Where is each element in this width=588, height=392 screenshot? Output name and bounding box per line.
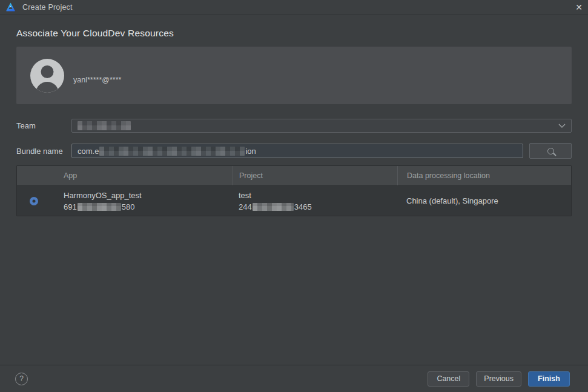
- app-id-suffix: 580: [122, 202, 135, 211]
- search-icon: [547, 148, 554, 154]
- dialog-footer: ? Cancel Previous Finish: [0, 365, 588, 392]
- bundle-value-suffix: ion: [245, 147, 256, 156]
- project-id-prefix: 244: [239, 202, 252, 211]
- chevron-down-icon[interactable]: [558, 124, 566, 128]
- column-header-location: Data processing location: [397, 166, 571, 185]
- user-avatar: [30, 59, 64, 93]
- bundle-value-prefix: com.e: [78, 147, 99, 156]
- search-button[interactable]: [529, 143, 572, 159]
- project-name: test: [239, 191, 397, 200]
- cancel-button[interactable]: Cancel: [428, 371, 469, 387]
- title-bar: Create Project ✕: [0, 0, 588, 15]
- team-row: Team: [16, 119, 572, 133]
- team-label: Team: [16, 121, 71, 130]
- app-table: App Project Data processing location Har…: [16, 165, 572, 216]
- footer-buttons: Cancel Previous Finish: [428, 371, 570, 387]
- project-id-suffix: 3465: [294, 202, 312, 211]
- row-radio-selected[interactable]: [30, 197, 38, 205]
- previous-button[interactable]: Previous: [476, 371, 521, 387]
- app-id-prefix: 691: [64, 202, 77, 211]
- table-header: App Project Data processing location: [17, 166, 571, 185]
- team-select[interactable]: [71, 119, 572, 133]
- bundle-name-label: Bundle name: [16, 147, 71, 156]
- dialog-content: Associate Your CloudDev Resources yanl**…: [0, 28, 588, 216]
- page-title: Associate Your CloudDev Resources: [16, 28, 572, 39]
- help-icon[interactable]: ?: [15, 373, 28, 385]
- deveco-studio-logo-icon: [5, 2, 16, 12]
- project-id-redacted: [253, 203, 294, 211]
- column-header-project: Project: [233, 166, 397, 185]
- team-value-redacted: [78, 121, 131, 130]
- table-row[interactable]: HarmonyOS_app_test 691 580 test 244 3465: [17, 185, 571, 216]
- app-id: 691 580: [64, 202, 233, 211]
- app-cell: HarmonyOS_app_test 691 580: [17, 186, 233, 216]
- app-id-redacted: [78, 203, 121, 211]
- location-value: China (default), Singapore: [406, 196, 571, 205]
- account-panel: yanl*****@****: [16, 47, 572, 104]
- project-cell: test 244 3465: [233, 186, 397, 216]
- project-id: 244 3465: [239, 202, 397, 211]
- account-email: yanl*****@****: [73, 76, 121, 84]
- location-cell: China (default), Singapore: [397, 186, 571, 216]
- create-project-dialog: Create Project ✕ Associate Your CloudDev…: [0, 0, 588, 392]
- window-title: Create Project: [22, 3, 73, 12]
- bundle-name-row: Bundle name com.e ion: [16, 143, 572, 159]
- close-icon[interactable]: ✕: [570, 0, 588, 15]
- bundle-name-input[interactable]: com.e ion: [71, 144, 523, 158]
- finish-button[interactable]: Finish: [528, 371, 570, 387]
- app-name: HarmonyOS_app_test: [64, 191, 233, 200]
- column-header-app: App: [17, 166, 233, 185]
- bundle-value-redacted: [99, 147, 245, 156]
